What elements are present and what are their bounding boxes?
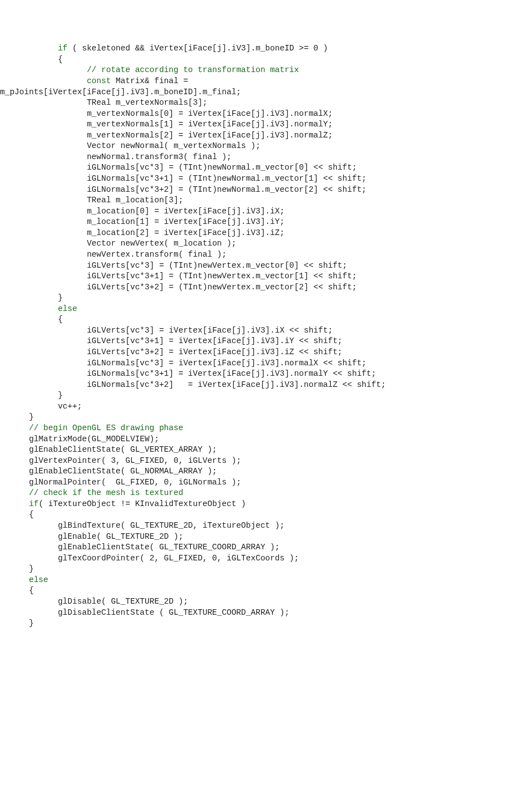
code-text: } [29,564,34,573]
code-text: ( skeletoned && iVertex[iFace[j].iV3].m_… [68,44,328,53]
code-line: iGLVerts[vc*3] = (TInt)newVertex.m_vecto… [0,261,532,272]
code-text: TReal m_location[3]; [87,196,183,205]
code-line: } [0,564,532,575]
code-line: { [0,509,532,520]
code-line: newVertex.transform( final ); [0,249,532,261]
code-line: m_vertexNormals[0] = iVertex[iFace[j].iV… [0,109,532,120]
code-line: if ( skeletoned && iVertex[iFace[j].iV3]… [0,43,532,54]
code-text: iGLNormals[vc*3] = iVertex[iFace[j].iV3]… [87,359,367,368]
code-line: glVertexPointer( 3, GL_FIXED, 0, iGLVert… [0,456,532,467]
code-text: iGLVerts[vc*3+1] = (TInt)newVertex.m_vec… [87,272,357,280]
code-line: glNormalPointer( GL_FIXED, 0, iGLNormals… [0,477,532,488]
code-line: m_pJoints[iVertex[iFace[j].iV3].m_boneID… [0,87,532,98]
code-text: iGLNormals[vc*3+1] = iVertex[iFace[j].iV… [87,369,376,378]
code-line: iGLVerts[vc*3+2] = (TInt)newVertex.m_vec… [0,282,532,293]
code-text: iGLNormals[vc*3+2] = (TInt)newNormal.m_v… [87,185,367,194]
code-text: { [58,55,63,64]
code-text: glNormalPointer( GL_FIXED, 0, iGLNormals… [29,478,241,487]
comment-text: // rotate according to transformation ma… [87,65,299,74]
code-text: ( iTextureObject != KInvalidTextureObjec… [39,499,246,508]
code-line: { [0,585,532,596]
code-text: m_vertexNormals[1] = iVertex[iFace[j].iV… [87,120,333,129]
code-text: glTexCoordPointer( 2, GL_FIXED, 0, iGLTe… [58,554,299,563]
code-text: Vector newNormal( m_vertexNormals ); [87,141,260,150]
code-line: glDisable( GL_TEXTURE_2D ); [0,596,532,608]
code-text: newNormal.transform3( final ); [87,152,232,161]
code-block: if ( skeletoned && iVertex[iFace[j].iV3]… [0,43,532,629]
code-line: TReal m_vertexNormals[3]; [0,98,532,109]
code-line: iGLVerts[vc*3+1] = (TInt)newVertex.m_vec… [0,271,532,282]
code-line: glTexCoordPointer( 2, GL_FIXED, 0, iGLTe… [0,553,532,564]
code-line: { [0,54,532,65]
code-line: iGLVerts[vc*3+1] = iVertex[iFace[j].iV3]… [0,336,532,347]
code-line: TReal m_location[3]; [0,195,532,206]
comment-text: // begin OpenGL ES drawing phase [29,423,183,432]
code-text: m_location[2] = iVertex[iFace[j].iV3].iZ… [87,228,285,237]
code-text: } [58,293,63,302]
code-text: glVertexPointer( 3, GL_FIXED, 0, iGLVert… [29,456,241,465]
code-text: iGLVerts[vc*3] = iVertex[iFace[j].iV3].i… [87,326,333,335]
code-line: glDisableClientState ( GL_TEXTURE_COORD_… [0,608,532,619]
comment-text: // check if the mesh is textured [29,488,183,497]
code-text: iGLVerts[vc*3+2] = (TInt)newVertex.m_vec… [87,283,357,292]
keyword-text: const [87,76,111,85]
code-text: m_location[1] = iVertex[iFace[j].iV3].iY… [87,217,285,226]
code-text: } [58,391,63,400]
code-line: glBindTexture( GL_TEXTURE_2D, iTextureOb… [0,520,532,532]
code-text: glDisable( GL_TEXTURE_2D ); [58,597,188,606]
code-text: Vector newVertex( m_location ); [87,239,237,248]
code-line: iGLVerts[vc*3] = iVertex[iFace[j].iV3].i… [0,325,532,336]
keyword-text: else [29,575,48,584]
code-line: glEnableClientState( GL_TEXTURE_COORD_AR… [0,542,532,553]
code-line: glEnableClientState( GL_NORMAL_ARRAY ); [0,466,532,477]
code-line: } [0,412,532,423]
code-text: m_pJoints[iVertex[iFace[j].iV3].m_boneID… [0,88,241,96]
code-text: m_vertexNormals[0] = iVertex[iFace[j].iV… [87,109,333,118]
code-text: m_vertexNormals[2] = iVertex[iFace[j].iV… [87,131,333,140]
code-text: glEnableClientState( GL_NORMAL_ARRAY ); [29,467,217,476]
code-line: iGLVerts[vc*3+2] = iVertex[iFace[j].iV3]… [0,347,532,358]
keyword-text: if [58,44,67,53]
code-line: // rotate according to transformation ma… [0,65,532,76]
code-text: vc++; [58,402,82,411]
code-text: glMatrixMode(GL_MODELVIEW); [29,435,159,443]
code-text: iGLNormals[vc*3+2] = iVertex[iFace[j].iV… [87,380,386,389]
code-text: { [29,510,34,519]
code-line: iGLNormals[vc*3+1] = iVertex[iFace[j].iV… [0,369,532,380]
code-line: Vector newNormal( m_vertexNormals ); [0,141,532,152]
code-line: const Matrix& final = [0,76,532,87]
code-line: iGLNormals[vc*3+2] = (TInt)newNormal.m_v… [0,185,532,196]
code-line: } [0,293,532,304]
code-line: m_location[0] = iVertex[iFace[j].iV3].iX… [0,206,532,217]
code-line: else [0,304,532,315]
code-text: iGLVerts[vc*3+2] = iVertex[iFace[j].iV3]… [87,348,342,356]
code-text: glDisableClientState ( GL_TEXTURE_COORD_… [58,608,289,617]
code-line: if( iTextureObject != KInvalidTextureObj… [0,499,532,510]
code-line: // check if the mesh is textured [0,488,532,499]
code-text: glBindTexture( GL_TEXTURE_2D, iTextureOb… [58,521,284,530]
code-text: } [29,619,34,627]
code-text: } [29,412,34,421]
code-text: Matrix& final = [111,76,193,85]
code-text: { [58,315,63,324]
code-line: m_location[1] = iVertex[iFace[j].iV3].iY… [0,217,532,228]
code-text: glEnableClientState( GL_VERTEX_ARRAY ); [29,445,217,454]
code-line: iGLNormals[vc*3] = (TInt)newNormal.m_vec… [0,162,532,173]
code-line: // begin OpenGL ES drawing phase [0,423,532,434]
keyword-text: else [58,304,77,313]
code-line: else [0,575,532,586]
code-text: glEnable( GL_TEXTURE_2D ); [58,532,183,541]
code-text: newVertex.transform( final ); [87,250,227,259]
code-line: vc++; [0,401,532,412]
code-text: glEnableClientState( GL_TEXTURE_COORD_AR… [58,543,279,552]
code-line: } [0,390,532,401]
code-text: iGLVerts[vc*3] = (TInt)newVertex.m_vecto… [87,261,347,270]
code-line: m_vertexNormals[1] = iVertex[iFace[j].iV… [0,119,532,130]
code-text: iGLVerts[vc*3+1] = iVertex[iFace[j].iV3]… [87,336,342,345]
code-line: glMatrixMode(GL_MODELVIEW); [0,434,532,445]
code-line: Vector newVertex( m_location ); [0,238,532,249]
code-text: m_location[0] = iVertex[iFace[j].iV3].iX… [87,207,285,216]
code-text: TReal m_vertexNormals[3]; [87,98,208,107]
code-text: iGLNormals[vc*3+1] = (TInt)newNormal.m_v… [87,174,367,183]
code-line: iGLNormals[vc*3] = iVertex[iFace[j].iV3]… [0,358,532,369]
